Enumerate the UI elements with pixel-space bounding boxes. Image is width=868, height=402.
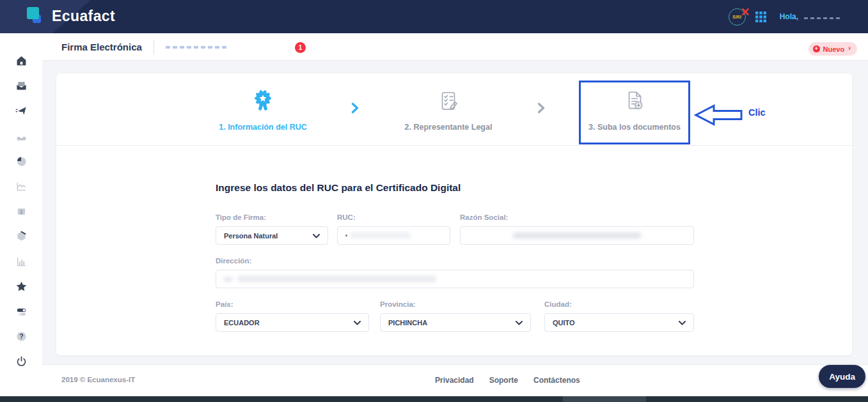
provincia-value: PICHINCHA: [388, 319, 427, 327]
clipboard-pencil-icon: [378, 84, 519, 119]
greeting-text: Hola,: [780, 12, 798, 21]
tipo-firma-value: Persona Natural: [224, 232, 278, 240]
chevron-down-icon: [679, 319, 686, 327]
direccion-redacted-value: [238, 276, 436, 282]
breadcrumb-separator: [154, 40, 154, 54]
chevron-down-icon: [516, 319, 523, 327]
razon-social-redacted-value: [513, 233, 641, 238]
sidebar-item-bar-chart[interactable]: [0, 249, 42, 274]
medal-badge-icon: [193, 84, 333, 119]
sidebar-item-send[interactable]: [0, 98, 42, 123]
razon-social-label: Razón Social:: [460, 213, 508, 221]
send-icon: [15, 105, 28, 117]
provincia-select[interactable]: PICHINCHA: [380, 313, 531, 332]
document-plus-icon: [564, 84, 705, 119]
bar-chart-icon: [15, 256, 28, 268]
wizard-stepper: 1. Información del RUC 2. Representante …: [56, 73, 852, 146]
footer: 2019 © Ecuanexus-IT Privacidad Soporte C…: [42, 364, 868, 396]
sidebar-item-inbox[interactable]: [0, 124, 42, 149]
sidebar-item-line-chart[interactable]: [0, 174, 42, 199]
sidebar-item-pie-chart[interactable]: [0, 149, 42, 174]
user-name-redacted: [804, 17, 841, 19]
sidebar-item-help[interactable]: ?: [0, 324, 42, 349]
page-title: Firma Electrónica: [61, 42, 142, 52]
form-heading: Ingrese los datos del RUC para el Certif…: [216, 182, 461, 194]
footer-link-privacidad[interactable]: Privacidad: [435, 376, 474, 385]
sidebar-item-hexagon[interactable]: [0, 224, 42, 249]
pie-chart-icon: [15, 155, 28, 167]
line-chart-icon: [15, 180, 28, 192]
user-greeting[interactable]: Hola,: [780, 12, 841, 21]
sidebar-item-mail[interactable]: [0, 73, 42, 98]
brand-logo[interactable]: Ecuafact: [27, 6, 115, 26]
brand-name: Ecuafact: [52, 8, 115, 25]
annotation-arrow-left-icon: [694, 104, 744, 129]
wizard-card: 1. Información del RUC 2. Representante …: [56, 73, 852, 355]
sidebar-item-favorites[interactable]: [0, 274, 42, 299]
copyright-text: 2019 © Ecuanexus-IT: [61, 376, 135, 383]
sri-disconnected-x-icon: [741, 6, 750, 18]
pais-label: País:: [216, 300, 233, 308]
chevron-down-icon: [313, 232, 320, 240]
home-icon: [15, 55, 28, 67]
chevron-down-icon: [354, 319, 361, 327]
step-2-label: 2. Representante Legal: [378, 123, 519, 132]
ruc-label: RUC:: [337, 213, 356, 221]
tipo-firma-label: Tipo de Firma:: [216, 213, 266, 221]
step-informacion-ruc[interactable]: 1. Información del RUC: [193, 84, 333, 132]
pais-select[interactable]: ECUADOR: [216, 313, 369, 332]
breadcrumb-redacted-text: [166, 46, 226, 49]
breadcrumb: Firma Electrónica: [61, 33, 226, 61]
step-1-label: 1. Información del RUC: [193, 123, 333, 132]
help-icon: ?: [15, 330, 28, 343]
svg-text:?: ?: [19, 333, 23, 340]
bottom-window-strip: [0, 396, 868, 402]
apps-grid-icon[interactable]: [755, 12, 766, 22]
nuevo-label: Nuevo: [823, 45, 845, 53]
ecuafact-logo-icon: [27, 6, 45, 26]
plus-circle-icon: [813, 45, 820, 52]
chevron-down-icon: [848, 45, 851, 51]
hexagon-icon: [15, 230, 28, 242]
tipo-firma-select[interactable]: Persona Natural: [216, 226, 328, 245]
annotation-clic-label: Clic: [748, 107, 766, 118]
sri-status-icon[interactable]: SRI: [729, 8, 746, 26]
sidebar-item-folder-user[interactable]: [0, 199, 42, 224]
step-suba-documentos[interactable]: 3. Suba los documentos: [564, 84, 705, 132]
notification-badge: 1: [295, 42, 306, 53]
inbox-icon: [15, 130, 28, 143]
footer-links: Privacidad Soporte Contáctenos: [435, 376, 580, 385]
sidebar-item-settings-toggles[interactable]: [0, 299, 42, 324]
ciudad-label: Ciudad:: [544, 300, 572, 308]
star-icon: [15, 281, 28, 293]
footer-link-contactenos[interactable]: Contáctenos: [533, 376, 580, 385]
bottom-strip-segment: [563, 396, 646, 402]
ruc-redacted-value: [345, 235, 347, 236]
direccion-input[interactable]: [216, 270, 694, 288]
breadcrumb-bar: Firma Electrónica 1 Nuevo: [42, 33, 868, 61]
folder-user-icon: [15, 205, 28, 217]
navbar-right: SRI Hola,: [729, 0, 841, 33]
nuevo-button[interactable]: Nuevo: [809, 42, 857, 56]
sidebar-item-home[interactable]: [0, 49, 42, 73]
power-icon: [15, 355, 28, 367]
step-representante-legal[interactable]: 2. Representante Legal: [378, 84, 519, 132]
chevron-right-icon: [537, 102, 545, 116]
direccion-label: Dirección:: [216, 257, 251, 265]
pais-value: ECUADOR: [224, 319, 260, 327]
sidebar-item-logout[interactable]: [0, 349, 42, 374]
ciudad-select[interactable]: QUITO: [544, 313, 694, 332]
toggles-icon: [15, 305, 28, 318]
ecuafact-app: Ecuafact SRI Hola,: [0, 0, 868, 402]
top-navbar: Ecuafact SRI Hola,: [0, 0, 868, 33]
razon-social-input[interactable]: [460, 226, 694, 245]
footer-link-soporte[interactable]: Soporte: [489, 376, 518, 385]
ayuda-button[interactable]: Ayuda: [819, 365, 865, 388]
provincia-label: Provincia:: [380, 300, 416, 308]
step-3-label: 3. Suba los documentos: [564, 123, 705, 132]
ciudad-value: QUITO: [553, 319, 575, 327]
mail-icon: [15, 80, 28, 92]
left-sidebar: ?: [0, 33, 42, 396]
ruc-input[interactable]: [337, 226, 450, 245]
chevron-right-icon: [351, 102, 359, 116]
